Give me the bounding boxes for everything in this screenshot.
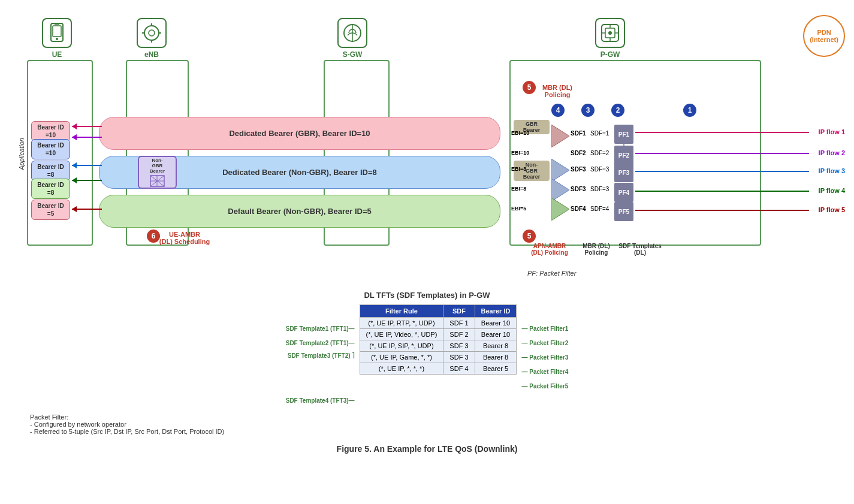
sdf-templates-label: SDF Templates(DL) [616, 243, 664, 256]
bearer10-blue-arrow [72, 137, 102, 138]
ip-flow-1-label: IP flow 1 [819, 128, 845, 135]
sdf-eq-2: SDF=2 [590, 150, 609, 156]
table-row: (*, UE IP, Game, *, *) SDF 3 Bearer 8 [360, 352, 517, 363]
main-container: Application UE [0, 0, 854, 460]
default-triangle [551, 198, 569, 222]
sdf-2: SDF 2 [443, 329, 475, 340]
pf3-box: PF3 [614, 163, 633, 182]
col-filter-rule: Filter Rule [360, 305, 443, 318]
ebi-5: EBI=5 [511, 206, 526, 212]
bearer-3: Bearer 8 [475, 340, 517, 352]
bearer8-blue-arrow [72, 165, 102, 166]
pf-label-4: — Packet Filter4 [521, 364, 568, 379]
svg-point-2 [56, 38, 58, 40]
bearer5-red-arrow [72, 209, 102, 210]
svg-marker-24 [551, 125, 569, 147]
pgw-icon [595, 18, 625, 48]
svg-point-4 [144, 26, 159, 40]
col-sdf: SDF [443, 305, 475, 318]
sgw-icon [337, 18, 367, 48]
filter-3: (*, UE IP, SIP, *, UDP) [360, 340, 443, 352]
num-2: 2 [611, 104, 624, 117]
svg-point-14 [608, 31, 612, 35]
table-title: DL TFTs (SDF Templates) in P-GW [18, 291, 836, 300]
svg-marker-27 [551, 198, 569, 221]
default-bearer-band: Default Bearer (Non-GBR), Bearer ID=5 [99, 195, 500, 228]
sdf-template-2-label: SDF Template2 (TFT1)— [286, 336, 355, 350]
enb-label: eNB [144, 50, 159, 59]
bearer-id-8-green: Bearer ID =8 [31, 179, 70, 199]
pf-footer-title: Packet Filter: [30, 414, 836, 421]
ue-node: UE [42, 18, 72, 59]
pf-footer-line-2: - Referred to 5-tuple (Src IP, Dst IP, S… [30, 428, 836, 435]
table-section: DL TFTs (SDF Templates) in P-GW SDF Temp… [6, 291, 848, 454]
sdf-eq-3-1: SDF=3 [590, 166, 609, 173]
ip-flow-3-arrow [635, 171, 809, 172]
ip-flow-5-label: IP flow 5 [819, 206, 845, 213]
ue-icon [42, 18, 72, 48]
pf-footer-note: Packet Filter: - Configured by network o… [30, 414, 836, 435]
bearer-1: Bearer 10 [475, 318, 517, 329]
pf-label-1: — Packet Filter1 [521, 321, 568, 336]
ip-flow-4-arrow [635, 191, 809, 192]
num-5-apn: 5 [523, 230, 536, 243]
sdf-labels-left: SDF Template1 (TFT1)— SDF Template2 (TFT… [286, 304, 355, 408]
pdn-circle: PDN(Internet) [803, 15, 845, 57]
ip-flow-2-label: IP flow 2 [819, 149, 845, 156]
pf-note: PF: Packet Filter [527, 270, 576, 277]
mbr-policing-label: MBR (DL)Policing [527, 84, 587, 98]
ebi-10-2: EBI=10 [511, 150, 529, 156]
enb-node: eNB [137, 18, 167, 59]
num-1: 1 [683, 104, 696, 117]
default-bearer-label: Default Bearer (Non-GBR), Bearer ID=5 [228, 207, 371, 216]
sdf2-mid: SDF2 [571, 150, 586, 156]
tft-table: Filter Rule SDF Bearer ID (*, UE IP, RTP… [360, 304, 517, 375]
gbr-triangle [551, 125, 569, 149]
sdf1-mid: SDF1 [571, 130, 586, 137]
sdf-1: SDF 1 [443, 318, 475, 329]
bearer-2: Bearer 10 [475, 329, 517, 340]
non-gbr-bearer-box: Non-GBRBearer [138, 156, 177, 189]
sdf-eq-4: SDF=4 [590, 206, 609, 212]
ebi-10-1: EBI=10 [511, 130, 529, 136]
table-row: (*, UE IP, Video, *, UDP) SDF 2 Bearer 1… [360, 329, 517, 340]
pf1-box: PF1 [614, 125, 633, 144]
application-label: Application [18, 138, 25, 170]
sdf3-mid-1: SDF3 [571, 166, 586, 173]
col-bearer-id: Bearer ID [475, 305, 517, 318]
filter-1: (*, UE IP, RTP, *, UDP) [360, 318, 443, 329]
pf2-box: PF2 [614, 146, 633, 165]
pf5-box: PF5 [614, 202, 633, 221]
nongbr-bearer-label: Dedicated Bearer (Non-GBR), Bearer ID=8 [222, 168, 377, 177]
filter-2: (*, UE IP, Video, *, UDP) [360, 329, 443, 340]
sdf-3a: SDF 3 [443, 340, 475, 352]
ip-flow-1-arrow [635, 132, 809, 133]
sdf-eq-3-2: SDF=3 [590, 186, 609, 192]
sgw-label: S-GW [343, 50, 363, 59]
table-row: (*, UE IP, *, *, *) SDF 4 Bearer 5 [360, 363, 517, 375]
bearer-5: Bearer 5 [475, 363, 517, 375]
ip-flow-3-label: IP flow 3 [819, 167, 845, 174]
ip-flow-4-label: IP flow 4 [819, 187, 845, 194]
pgw-node: P-GW [595, 18, 625, 59]
pdn-label: PDN(Internet) [810, 29, 838, 43]
filter-4: (*, UE IP, Game, *, *) [360, 352, 443, 363]
pf-label-5: — Packet Filter5 [521, 379, 568, 393]
pdn-node: PDN(Internet) [803, 15, 845, 57]
pf-label-3: — Packet Filter3 [521, 350, 568, 364]
table-row: (*, UE IP, SIP, *, UDP) SDF 3 Bearer 8 [360, 340, 517, 352]
sdf3-mid-2: SDF3 [571, 186, 586, 192]
pf-labels-right: — Packet Filter1 — Packet Filter2 — Pack… [521, 304, 568, 393]
ue-ambr-label: UE-AMBR(DL) Scheduling [155, 231, 215, 245]
pf4-box: PF4 [614, 183, 633, 202]
gbr-bearer-band: Dedicated Bearer (GBR), Bearer ID=10 [99, 117, 500, 150]
sdf-3b: SDF 3 [443, 352, 475, 363]
ue-label: UE [52, 50, 62, 59]
sdf4-mid: SDF4 [571, 206, 586, 212]
bearer-id-10-red: Bearer ID =10 [31, 121, 70, 141]
tft-table-container: SDF Template1 (TFT1)— SDF Template2 (TFT… [18, 304, 836, 408]
sdf-template-3-label: SDF Template3 (TFT2) ⎤ [288, 350, 355, 379]
mbr-dl-label: MBR (DL)Policing [569, 243, 623, 256]
svg-point-5 [149, 30, 155, 36]
enb-icon [137, 18, 167, 48]
